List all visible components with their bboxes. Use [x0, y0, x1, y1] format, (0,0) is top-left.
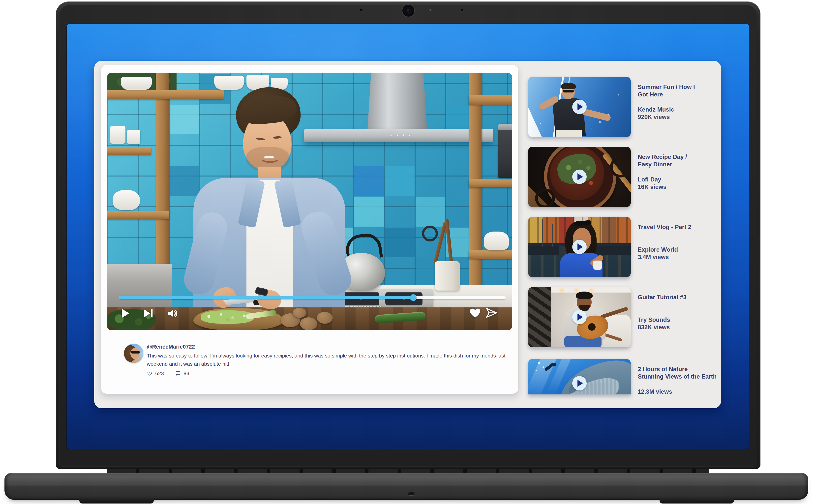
- video-title[interactable]: Summer Fun / How I Got Here: [638, 83, 721, 98]
- shelf-board: [469, 95, 512, 105]
- video-channel[interactable]: Kendz Music: [638, 106, 721, 113]
- tile: [354, 197, 384, 227]
- play-overlay-icon[interactable]: [572, 310, 587, 324]
- tile: [170, 105, 199, 134]
- video-channel[interactable]: Explore World: [638, 246, 721, 253]
- teapot: [113, 190, 140, 210]
- video-title[interactable]: New Recipe Day / Easy Dinner: [638, 153, 721, 168]
- video-views: 832K views: [638, 324, 721, 331]
- shelf-board: [107, 211, 169, 219]
- avatar[interactable]: [124, 344, 143, 363]
- play-triangle: [577, 103, 583, 110]
- potato: [317, 312, 333, 324]
- shelf-board: [469, 250, 512, 259]
- video-thumbnail[interactable]: [528, 217, 631, 277]
- video-channel[interactable]: Lofi Day: [638, 176, 721, 183]
- video-views: 12.3M views: [638, 388, 721, 395]
- shelf-post: [156, 73, 169, 288]
- range-hood-chimney: [367, 73, 427, 130]
- video-thumbnail[interactable]: [528, 359, 631, 394]
- tile: [385, 228, 415, 257]
- bowl: [214, 76, 244, 90]
- play-button[interactable]: [119, 307, 131, 320]
- white-kettle: [484, 232, 509, 250]
- like-count: 623: [155, 370, 164, 376]
- tile: [385, 166, 415, 196]
- microphone-dot: [461, 9, 463, 11]
- comment-text: This was so easy to follow! I'm always l…: [147, 352, 506, 368]
- share-plane-button[interactable]: [485, 306, 498, 319]
- play-triangle: [577, 314, 583, 321]
- potato: [293, 308, 306, 318]
- shelf-board: [107, 90, 224, 99]
- skip-next-button[interactable]: [141, 307, 154, 320]
- laptop-mockup-page: @ReneeMarie0722 This was so easy to foll…: [0, 0, 816, 504]
- video-title[interactable]: 2 Hours of Nature Stunning Views of the …: [638, 365, 721, 380]
- heart-button[interactable]: [469, 306, 482, 319]
- volume-button[interactable]: [167, 307, 180, 320]
- comment-count-icon[interactable]: [175, 370, 181, 377]
- video-channel[interactable]: Try Sounds: [638, 316, 721, 324]
- shelf-board: [107, 147, 151, 155]
- video-thumbnail[interactable]: [528, 77, 631, 137]
- man-teeth: [264, 156, 274, 158]
- progress-handle[interactable]: [410, 294, 417, 301]
- rubber-foot: [660, 499, 734, 504]
- webcam-lens: [407, 9, 410, 12]
- tile: [170, 166, 199, 196]
- video-views: 3.4M views: [638, 253, 721, 261]
- utensil-crock: [435, 261, 460, 291]
- play-triangle: [577, 243, 583, 250]
- thermos: [498, 124, 512, 178]
- video-thumbnail[interactable]: [528, 147, 631, 207]
- video-list-item[interactable]: Travel Vlog - Part 2 Explore World 3.4M …: [528, 217, 721, 277]
- video-list-item[interactable]: 2 Hours of Nature Stunning Views of the …: [528, 359, 721, 419]
- play-overlay-icon[interactable]: [572, 240, 587, 254]
- video-meta: Lofi Day 16K views: [638, 176, 721, 191]
- potato: [300, 317, 317, 330]
- video-list-item[interactable]: Guitar Tutorial #3 Try Sounds 832K views: [528, 287, 721, 347]
- play-overlay-icon[interactable]: [572, 100, 587, 114]
- tile: [416, 197, 445, 227]
- left-counter: [107, 264, 172, 310]
- video-meta: Try Sounds 832K views: [638, 316, 721, 331]
- shelf-board: [469, 179, 512, 187]
- sensor-dot: [429, 9, 431, 11]
- microphone-dot: [360, 9, 363, 11]
- play-triangle: [577, 380, 583, 387]
- avatar-sunglasses: [131, 351, 140, 354]
- video-views: 16K views: [638, 183, 721, 191]
- video-views: 920K views: [638, 113, 721, 121]
- video-list-item[interactable]: New Recipe Day / Easy Dinner Lofi Day 16…: [528, 147, 721, 207]
- webcam-icon: [402, 4, 415, 17]
- lid-notch: [408, 492, 415, 495]
- progress-bar[interactable]: [119, 296, 506, 299]
- video-thumbnail[interactable]: [528, 287, 631, 347]
- like-icon[interactable]: [147, 370, 153, 377]
- mug: [127, 130, 140, 144]
- video-meta: Kendz Music 920K views: [638, 106, 721, 121]
- rubber-foot: [79, 499, 154, 504]
- laptop-base: [4, 473, 808, 500]
- ladle: [422, 226, 438, 241]
- progress-fill: [119, 296, 413, 299]
- play-overlay-icon[interactable]: [572, 376, 587, 390]
- dishes: [121, 77, 152, 90]
- tile: [354, 166, 384, 196]
- mug: [110, 126, 125, 144]
- video-title[interactable]: Travel Vlog - Part 2: [638, 223, 721, 231]
- play-triangle: [577, 173, 583, 180]
- avatar-face: [130, 348, 140, 359]
- video-viewport[interactable]: [107, 73, 512, 330]
- hood-lights: [389, 134, 412, 136]
- video-meta: 12.3M views: [638, 388, 721, 395]
- video-list-item[interactable]: Summer Fun / How I Got Here Kendz Music …: [528, 77, 721, 137]
- comment-username[interactable]: @ReneeMarie0722: [147, 344, 195, 350]
- comment-count: 83: [183, 370, 189, 376]
- video-meta: Explore World 3.4M views: [638, 246, 721, 261]
- video-title[interactable]: Guitar Tutorial #3: [638, 294, 721, 301]
- play-overlay-icon[interactable]: [572, 170, 587, 184]
- kitchen-scene: [107, 73, 512, 330]
